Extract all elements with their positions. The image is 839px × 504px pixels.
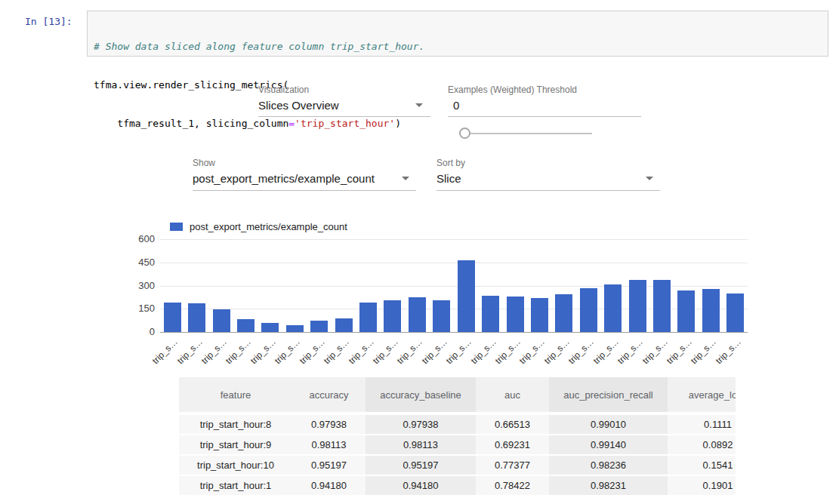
table-cell: 0.1541 <box>668 456 736 476</box>
table-header-cell: average_loss <box>668 377 736 415</box>
bar <box>726 293 744 332</box>
code-comment: # Show data sliced along feature column … <box>94 41 424 52</box>
table-cell: 0.0892 <box>668 435 736 456</box>
y-axis-label: 150 <box>138 303 155 314</box>
table-cell: 0.1901 <box>668 476 736 496</box>
legend-swatch <box>170 223 183 231</box>
table-cell: 0.95197 <box>292 456 366 476</box>
bar <box>482 296 499 332</box>
table-cell: 0.1111 <box>668 415 736 435</box>
bar <box>359 303 377 332</box>
bar <box>261 323 279 332</box>
gridline <box>160 263 748 263</box>
bar <box>507 297 524 332</box>
table-cell: 0.98113 <box>292 435 366 456</box>
metrics-table: featureaccuracyaccuracy_baselineaucauc_p… <box>179 377 736 504</box>
table-cell: 0.99010 <box>549 415 668 435</box>
sort-by-label: Sort by <box>436 158 465 168</box>
x-axis: trip_s…trip_s…trip_s…trip_s…trip_s…trip_… <box>160 333 748 367</box>
bar <box>310 321 328 332</box>
bar <box>458 260 475 332</box>
threshold-input[interactable]: 0 <box>453 99 459 112</box>
table-cell: 0.78422 <box>476 476 549 496</box>
y-axis-label: 0 <box>150 326 155 337</box>
bar <box>237 319 254 332</box>
bar <box>433 300 450 332</box>
table-cell: 0.77377 <box>476 456 549 476</box>
chevron-down-icon[interactable] <box>646 177 653 180</box>
notebook-page: In [13]: # Show data sliced along featur… <box>0 0 839 504</box>
plot-area <box>160 239 748 332</box>
bar <box>555 294 572 332</box>
table-cell: trip_start_hour:1 <box>179 476 292 496</box>
table-header-cell: auc_precision_recall <box>549 377 668 415</box>
table-header-cell: feature <box>179 377 292 415</box>
table-cell: 0.69231 <box>476 435 549 456</box>
table-cell: 0.98113 <box>366 435 476 456</box>
bar <box>677 290 695 332</box>
slider-track[interactable] <box>462 133 592 134</box>
legend-label: post_export_metrics/example_count <box>190 221 347 232</box>
table-cell: 0.94180 <box>292 476 366 496</box>
table-header-cell: accuracy <box>292 377 366 415</box>
table-header-cell: accuracy_baseline <box>366 377 476 415</box>
visualization-label: Visualization <box>258 85 309 95</box>
chart-legend: post_export_metrics/example_count <box>170 221 347 232</box>
y-axis-label: 450 <box>138 257 155 268</box>
code-cell[interactable]: # Show data sliced along feature column … <box>87 11 828 57</box>
sort-by-dropdown[interactable]: Slice <box>436 172 461 185</box>
bar <box>286 325 304 332</box>
bar <box>604 284 622 332</box>
show-underline <box>193 190 416 191</box>
bar <box>409 297 426 332</box>
bar <box>188 303 205 332</box>
cell-prompt: In [13]: <box>25 16 72 27</box>
table-cell: trip_start_hour:8 <box>179 415 292 435</box>
table-cell: 0.97938 <box>366 415 476 435</box>
code-operator: = <box>288 118 295 129</box>
y-axis-label: 600 <box>138 233 155 244</box>
table-cell: 0.97938 <box>292 415 366 435</box>
metrics-table-grid: featureaccuracyaccuracy_baselineaucauc_p… <box>179 377 736 496</box>
chevron-down-icon[interactable] <box>402 177 409 180</box>
table-cell: trip_start_hour:10 <box>179 456 292 476</box>
bar <box>384 300 401 332</box>
table-row: trip_start_hour:90.981130.981130.692310.… <box>179 435 736 456</box>
table-cell: 0.99140 <box>549 435 668 456</box>
table-row: trip_start_hour:10.941800.941800.784220.… <box>179 476 736 496</box>
table-body: trip_start_hour:80.979380.979380.665130.… <box>179 415 736 496</box>
y-axis-label: 300 <box>138 280 155 291</box>
bar <box>531 298 548 332</box>
table-cell: 0.66513 <box>476 415 549 435</box>
table-cell: trip_start_hour:9 <box>179 435 292 456</box>
table-header-cell: auc <box>476 377 549 415</box>
threshold-label: Examples (Weighted) Threshold <box>448 85 577 95</box>
bar <box>629 280 646 332</box>
threshold-slider[interactable] <box>458 127 594 140</box>
table-cell: 0.98236 <box>549 456 668 476</box>
code-string: 'trip_start_hour' <box>295 118 395 129</box>
gridline <box>160 239 748 240</box>
bar <box>653 280 671 332</box>
visualization-underline <box>258 116 430 117</box>
table-row: trip_start_hour:100.951970.951970.773770… <box>179 456 736 476</box>
bar <box>580 288 597 332</box>
sort-underline <box>436 190 660 191</box>
bar <box>213 309 230 332</box>
table-cell: 0.95197 <box>366 456 476 476</box>
table-cell: 0.98231 <box>549 476 668 496</box>
chevron-down-icon[interactable] <box>415 103 423 107</box>
bar <box>702 289 720 332</box>
table-row: trip_start_hour:80.979380.979380.665130.… <box>179 415 736 435</box>
visualization-dropdown[interactable]: Slices Overview <box>258 99 339 112</box>
bar <box>164 303 181 332</box>
slider-knob[interactable] <box>459 128 470 139</box>
show-dropdown[interactable]: post_export_metrics/example_count <box>193 172 375 185</box>
y-axis: 0150300450600 <box>113 239 155 332</box>
code-line-1: # Show data sliced along feature column … <box>94 40 822 53</box>
threshold-underline <box>448 116 641 117</box>
show-label: Show <box>193 158 215 168</box>
bar <box>335 318 353 332</box>
table-cell: 0.94180 <box>366 476 476 496</box>
table-header-row: featureaccuracyaccuracy_baselineaucauc_p… <box>179 377 736 415</box>
